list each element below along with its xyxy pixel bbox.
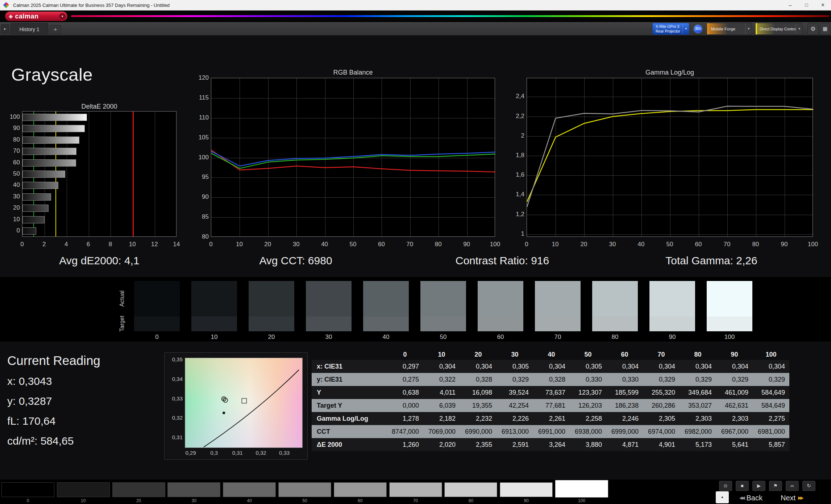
table-column-header: 70	[643, 349, 680, 360]
axis-tick-label: 8	[102, 240, 118, 248]
continuous-button[interactable]: ∞	[786, 481, 799, 491]
table-cell: 8747,000	[387, 425, 423, 438]
table-cell: 6913,000	[496, 425, 533, 438]
axis-tick-label: 10	[4, 215, 20, 223]
table-cell: 123,307	[570, 386, 606, 399]
pattern-patch-70[interactable]	[389, 482, 442, 497]
table-cell: 2,591	[496, 438, 533, 451]
table-cell: 0,304	[716, 360, 753, 373]
table-row-label: ΔE 2000	[312, 438, 387, 451]
cie-overlay	[185, 358, 303, 448]
swatch-actual	[707, 281, 752, 316]
infinity-icon: ∞	[790, 483, 794, 488]
deltae-chart	[22, 111, 176, 237]
display-control-dropdown[interactable]: Direct Display Control ▾	[756, 23, 803, 35]
swatch-level-label: 50	[420, 333, 466, 341]
loop-button[interactable]: ↻	[802, 481, 815, 491]
close-button[interactable]: ×	[815, 0, 831, 10]
pattern-patch-40[interactable]	[223, 482, 276, 497]
chart-lines	[527, 78, 813, 237]
swatch-level-label: 10	[191, 333, 237, 341]
pattern-patch-90[interactable]	[500, 482, 553, 497]
table-cell: 349,684	[680, 386, 716, 399]
minimize-button[interactable]: –	[782, 0, 798, 10]
table-cell: 6982,000	[680, 425, 716, 438]
axis-tick-label: 50	[4, 170, 20, 178]
swatch-level-label: 0	[134, 333, 180, 341]
pattern-patch-30[interactable]	[167, 482, 220, 497]
table-cell: 0,304	[533, 360, 570, 373]
meter-dropdown[interactable]: X-Rite i1Pro 3 Rear Projector ▾	[652, 23, 689, 35]
table-row-label: Gamma Log/Log	[312, 412, 387, 425]
axis-tick-label: 120	[193, 74, 209, 82]
axis-tick-label: 0	[203, 240, 219, 248]
reference-line-red	[133, 112, 134, 236]
pattern-count-badge[interactable]: 359	[694, 25, 702, 33]
table-column-header: 80	[680, 349, 716, 360]
chevron-down-icon[interactable]: ▾	[59, 13, 66, 20]
deltae-bar	[22, 171, 65, 178]
table-cell: 6,039	[423, 399, 460, 412]
measured-line	[527, 106, 813, 207]
axis-tick-label: 1,8	[508, 151, 524, 159]
app-icon	[3, 2, 9, 8]
actual-row-label: Actual	[119, 281, 125, 316]
calman-logo-menu[interactable]: ◈ calman ▾	[5, 12, 67, 21]
pattern-patch-100[interactable]	[555, 480, 608, 497]
axis-tick-label: 0,31	[165, 434, 183, 441]
next-button[interactable]: Next ▶▶	[781, 492, 803, 503]
add-tab-button[interactable]: +	[50, 25, 61, 34]
axis-tick-label: 4	[58, 240, 74, 248]
axis-tick-label: 0,35	[165, 356, 183, 363]
pattern-patch-60[interactable]	[334, 482, 387, 497]
table-cell: 42,254	[496, 399, 533, 412]
stat-contrast-ratio: Contrast Ratio: 916	[426, 255, 578, 267]
deltae-bar	[22, 227, 36, 235]
pattern-window-button[interactable]: ▪	[716, 491, 729, 503]
table-cell: 0,328	[533, 373, 570, 386]
table-row-label: x: CIE31	[312, 360, 387, 373]
table-cell: 4,901	[643, 438, 680, 451]
source-dropdown[interactable]: Mobile Forge ▾	[707, 23, 752, 35]
flag-button[interactable]: ⚑	[769, 481, 782, 491]
maximize-button[interactable]: □	[798, 0, 815, 10]
deltae-bar	[22, 182, 58, 189]
layout-grid-button[interactable]: ▦	[820, 23, 830, 35]
table-column-header: 30	[496, 349, 533, 360]
settings-gear-button[interactable]: ⚙	[807, 23, 819, 35]
deltae-bar	[22, 148, 76, 155]
axis-tick-label: 2,4	[508, 92, 524, 100]
table-cell: 0,305	[496, 360, 533, 373]
pattern-patch-50[interactable]	[278, 482, 331, 497]
play-button[interactable]: ▶	[752, 481, 765, 491]
pattern-patch-10[interactable]	[57, 482, 110, 497]
table-column-header: 0	[387, 349, 423, 360]
play-icon: ▶	[757, 483, 761, 488]
pattern-patch-label: 30	[167, 498, 220, 503]
pattern-patch-80[interactable]	[444, 482, 497, 497]
table-column-header: 100	[753, 349, 789, 360]
tab-scroll-button[interactable]: ▸	[1, 24, 9, 33]
title-bar: Calman 2025 Calman Ultimate for Business…	[0, 0, 831, 10]
table-cell: 353,027	[680, 399, 716, 412]
axis-tick-label: 100	[805, 240, 821, 248]
pattern-patch-label: 60	[334, 498, 387, 503]
reading-y: y: 0,3287	[7, 395, 52, 407]
meter-read-button[interactable]: ⊙	[719, 481, 732, 491]
back-button[interactable]: ◀◀ Back	[739, 492, 763, 503]
chevron-down-icon: ▾	[682, 23, 689, 34]
axis-tick-label: 80	[4, 136, 20, 144]
pattern-patch-20[interactable]	[112, 482, 165, 497]
table-cell: 0,304	[606, 360, 643, 373]
table-cell: 0,329	[753, 373, 789, 386]
axis-tick-label: 0,31	[228, 450, 246, 456]
swatch-actual	[191, 281, 237, 316]
tab-history-1[interactable]: History 1	[11, 23, 48, 35]
next-arrows-icon: ▶▶	[798, 495, 802, 500]
swatch-target	[649, 316, 695, 331]
axis-tick-label: 40	[317, 240, 333, 248]
pattern-patch-0[interactable]	[1, 482, 54, 497]
stop-button[interactable]: ■	[736, 481, 749, 491]
swatch-level-label: 30	[306, 333, 352, 341]
deltae-bar	[22, 205, 49, 212]
